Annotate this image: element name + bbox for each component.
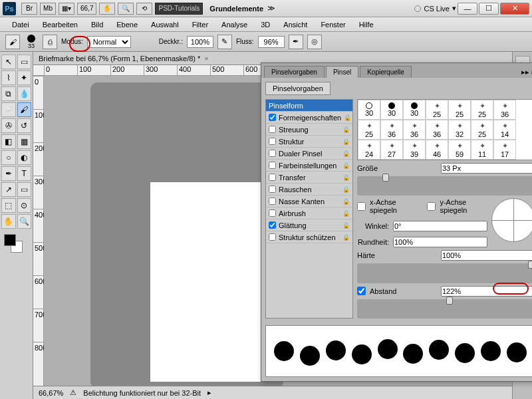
status-zoom[interactable]: 66,67%: [39, 389, 63, 397]
presets-button[interactable]: Pinselvorgaben: [265, 82, 331, 95]
angle-input[interactable]: [393, 221, 487, 231]
hand-tool-icon[interactable]: ✋: [99, 3, 115, 15]
brush-tip[interactable]: ✦36: [380, 120, 403, 140]
move-tool[interactable]: ↖: [1, 55, 16, 69]
color-swatches[interactable]: [1, 233, 31, 257]
brush-option-struktur[interactable]: Struktur🔒: [266, 136, 352, 148]
brush-option-struktur-schützen[interactable]: Struktur schützen🔒: [266, 231, 352, 243]
brush-tip[interactable]: ✦32: [448, 120, 471, 140]
menu-auswahl[interactable]: Auswahl: [144, 21, 186, 29]
menu-filter[interactable]: Filter: [186, 21, 215, 29]
3d-camera-tool[interactable]: ⊙: [17, 198, 32, 213]
spacing-input[interactable]: [441, 286, 532, 297]
cslive-button[interactable]: CS Live ▾: [414, 4, 456, 13]
menu-datei[interactable]: Datei: [5, 21, 36, 29]
workspace-button[interactable]: PSD-Tutorials: [155, 3, 203, 15]
brush-tip[interactable]: ✦17: [493, 140, 516, 160]
spacing-checkbox[interactable]: [357, 287, 366, 295]
brush-option-dualer-pinsel[interactable]: Dualer Pinsel🔒: [266, 148, 352, 160]
brush-option-nasse-kanten[interactable]: Nasse Kanten🔒: [266, 196, 352, 207]
brush-option-streuung[interactable]: Streuung🔒: [266, 124, 352, 136]
zoom-display[interactable]: 66,7: [77, 3, 96, 15]
menu-analyse[interactable]: Analyse: [215, 21, 254, 29]
brush-tip[interactable]: ✦36: [493, 100, 516, 120]
brush-tip[interactable]: 30: [380, 100, 403, 120]
angle-control[interactable]: [491, 198, 532, 242]
history-brush-tool[interactable]: ↺: [17, 118, 32, 133]
brush-option-farbeinstellungen[interactable]: Farbeinstellungen🔒: [266, 160, 352, 172]
maximize-button[interactable]: ☐: [479, 3, 499, 15]
airbrush-icon[interactable]: ✒: [289, 35, 303, 49]
brush-tip[interactable]: ✦25: [471, 120, 493, 140]
dodge-tool[interactable]: ◐: [17, 150, 32, 165]
menu-hilfe[interactable]: Hilfe: [352, 21, 380, 29]
zoom-tool-icon[interactable]: 🔍: [118, 3, 134, 15]
wand-tool[interactable]: ✦: [17, 70, 32, 85]
minimize-button[interactable]: —: [458, 3, 477, 15]
chevron-right-icon[interactable]: ≫: [267, 4, 275, 13]
hardness-slider[interactable]: [357, 263, 532, 283]
shape-tool[interactable]: ▭: [17, 182, 32, 197]
brush-tip[interactable]: ✦24: [358, 140, 380, 160]
brush-tip[interactable]: ✦25: [358, 120, 380, 140]
size-slider[interactable]: [357, 176, 532, 196]
brush-option-rauschen[interactable]: Rauschen🔒: [266, 184, 352, 196]
eyedropper-tool[interactable]: 💧: [17, 86, 32, 101]
close-tab-icon[interactable]: ×: [204, 55, 208, 63]
brush-tip[interactable]: ✦36: [403, 120, 426, 140]
flow-input[interactable]: [258, 36, 285, 48]
brush-tip[interactable]: ✦25: [471, 100, 493, 120]
eraser-tool[interactable]: ◧: [1, 134, 16, 149]
brush-tip[interactable]: ✦11: [471, 140, 493, 160]
menu-ebene[interactable]: Ebene: [110, 21, 144, 29]
crop-tool[interactable]: ⧉: [1, 86, 16, 101]
brush-tip[interactable]: ✦25: [426, 100, 448, 120]
pen-tool[interactable]: ✒: [1, 166, 16, 181]
3d-tool[interactable]: ⬚: [1, 198, 16, 213]
tablet-pressure-icon[interactable]: ◎: [307, 35, 322, 49]
brush-option-transfer[interactable]: Transfer🔒: [266, 172, 352, 184]
panel-menu-icon[interactable]: ▸▸ ≡: [517, 66, 532, 78]
opacity-pressure-icon[interactable]: ✎: [217, 35, 232, 49]
brush-option-pinselform[interactable]: Pinselform: [266, 100, 352, 112]
blur-tool[interactable]: ○: [1, 150, 16, 165]
marquee-tool[interactable]: ▭: [17, 55, 32, 69]
brush-option-glättung[interactable]: Glättung🔒: [266, 219, 352, 231]
flipy-checkbox[interactable]: [427, 202, 436, 211]
opacity-input[interactable]: [187, 36, 213, 48]
stamp-tool[interactable]: ✇: [1, 118, 16, 133]
brush-tip-grid[interactable]: 303030✦25✦25✦25✦36✦25✦36✦36✦36✦32✦25✦14✦…: [357, 99, 532, 160]
brush-panel-toggle-icon[interactable]: ⎙: [43, 35, 57, 49]
brush-tip[interactable]: ✦25: [448, 100, 471, 120]
path-tool[interactable]: ↗: [1, 182, 16, 197]
menu-fenster[interactable]: Fenster: [314, 21, 352, 29]
brush-tip[interactable]: 30: [358, 100, 380, 120]
heal-tool[interactable]: 🩹: [1, 102, 16, 117]
bridge-button[interactable]: Br: [21, 3, 37, 15]
menu-bild[interactable]: Bild: [84, 21, 110, 29]
hand-tool[interactable]: ✋: [1, 214, 16, 229]
flipx-checkbox[interactable]: [357, 202, 366, 211]
brush-tip[interactable]: ✦14: [493, 120, 516, 140]
close-button[interactable]: ✕: [500, 3, 529, 15]
layout-button[interactable]: ▦▾: [59, 3, 74, 15]
brush-tool-icon[interactable]: 🖌: [5, 35, 20, 49]
brush-tip[interactable]: ✦39: [403, 140, 426, 160]
menu-ansicht[interactable]: Ansicht: [277, 21, 314, 29]
type-tool[interactable]: T: [17, 166, 32, 181]
tab-pinselvorgaben[interactable]: Pinselvorgaben: [264, 66, 325, 78]
mb-button[interactable]: Mb: [40, 3, 56, 15]
tab-kopierquelle[interactable]: Kopierquelle: [360, 66, 412, 78]
brush-tip[interactable]: ✦59: [448, 140, 471, 160]
brush-option-formeigenschaften[interactable]: Formeigenschaften🔒: [266, 112, 352, 124]
mode-select[interactable]: Normal: [87, 36, 131, 48]
hardness-input[interactable]: [441, 250, 532, 261]
size-input[interactable]: [441, 163, 532, 174]
brush-option-airbrush[interactable]: Airbrush🔒: [266, 207, 352, 219]
brush-preview[interactable]: 33: [24, 35, 39, 49]
spacing-slider[interactable]: [357, 299, 532, 319]
view-rotate-icon[interactable]: ⟲: [136, 3, 152, 15]
brush-tip[interactable]: ✦46: [426, 140, 448, 160]
brush-tool[interactable]: 🖌: [17, 102, 32, 117]
menu-bearbeiten[interactable]: Bearbeiten: [36, 21, 84, 29]
